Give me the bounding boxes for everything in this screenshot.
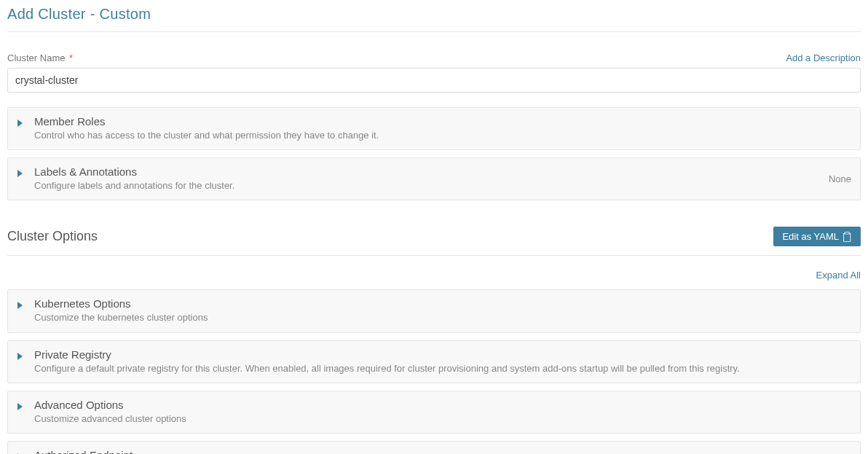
clipboard-icon [843,232,852,242]
panel-title: Advanced Options [34,399,851,411]
panel-title: Authorized Endpoint [34,449,851,454]
panel-description: Configure labels and annotations for the… [34,179,817,192]
cluster-name-input[interactable] [7,68,861,93]
cluster-options-title: Cluster Options [7,229,98,244]
panel-description: Configure a default private registry for… [34,362,851,375]
page-title: Add Cluster - Custom [7,6,861,32]
panel-description: Customize advanced cluster options [34,412,851,426]
panel-description: Customize the kubernetes cluster options [34,311,851,324]
panel-member-roles[interactable]: Member Roles Control who has access to t… [7,107,861,150]
chevron-right-icon [17,402,30,413]
chevron-right-icon [17,300,30,312]
panel-description: Control who has access to the cluster an… [34,129,851,142]
cluster-name-label: Cluster Name * [7,52,73,63]
panel-private-registry[interactable]: Private Registry Configure a default pri… [7,340,861,383]
chevron-right-icon [17,118,30,130]
panel-title: Member Roles [34,115,851,128]
panel-right-value: None [829,173,851,184]
expand-all-link[interactable]: Expand All [816,270,861,281]
chevron-right-icon [17,168,30,180]
panel-labels-annotations[interactable]: Labels & Annotations Configure labels an… [7,157,861,200]
edit-as-yaml-button[interactable]: Edit as YAML [773,227,861,246]
panel-advanced-options[interactable]: Advanced Options Customize advanced clus… [7,391,861,434]
panel-kubernetes-options[interactable]: Kubernetes Options Customize the kuberne… [7,289,861,332]
add-description-link[interactable]: Add a Description [786,52,861,63]
panel-title: Labels & Annotations [34,165,817,178]
panel-title: Private Registry [34,348,851,361]
panel-authorized-endpoint[interactable]: Authorized Endpoint Enabling the authori… [7,441,861,454]
required-marker: * [69,52,73,63]
panel-title: Kubernetes Options [34,297,851,310]
chevron-right-icon [17,351,30,363]
